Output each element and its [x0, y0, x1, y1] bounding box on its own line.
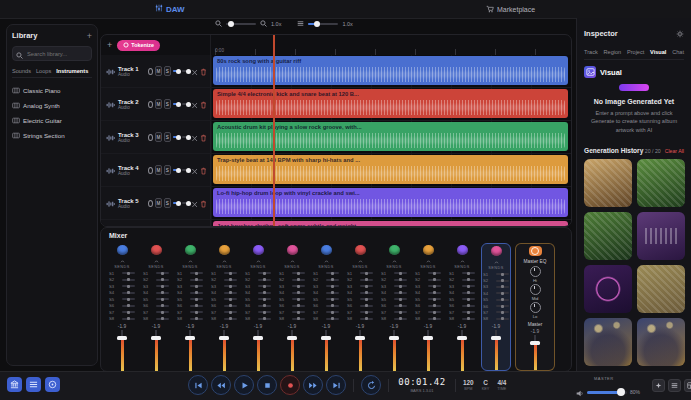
- send-level-slider[interactable]: [326, 279, 339, 281]
- track-header[interactable]: Track 5AudioMS: [101, 187, 211, 219]
- solo-button[interactable]: S: [164, 165, 171, 175]
- send-level-slider[interactable]: [224, 305, 237, 307]
- track-volume-slider[interactable]: [173, 136, 180, 138]
- play-button[interactable]: [234, 375, 254, 395]
- track-pan-slider[interactable]: [182, 70, 189, 72]
- track-volume-slider[interactable]: [173, 202, 180, 204]
- clear-all-button[interactable]: Clear All: [665, 148, 684, 154]
- channel-fader[interactable]: [530, 335, 540, 370]
- send-level-slider[interactable]: [360, 292, 373, 294]
- record-arm-button[interactable]: [148, 134, 153, 141]
- playhead[interactable]: [273, 35, 275, 226]
- master-channel[interactable]: Master EQHiMidLoMaster-1.9: [515, 243, 555, 371]
- history-thumb-jungle-gorilla-2[interactable]: [584, 212, 632, 260]
- send-level-slider[interactable]: [224, 318, 237, 320]
- track-header[interactable]: Track 4AudioMS: [101, 154, 211, 186]
- pan-knob[interactable]: [117, 245, 128, 255]
- history-thumb-starry-night-street[interactable]: [584, 318, 632, 366]
- send-level-slider[interactable]: [462, 305, 475, 307]
- mixer-channel-6[interactable]: SENDSS1S2S3S4S5S6S7S8-1.9: [277, 243, 307, 371]
- history-thumb-jungle-gorilla[interactable]: [637, 159, 685, 207]
- send-level-slider[interactable]: [394, 285, 407, 287]
- track-header[interactable]: Track 1AudioMS: [101, 55, 211, 87]
- send-level-slider[interactable]: [360, 272, 373, 274]
- library-tab-sounds[interactable]: Sounds: [12, 68, 31, 74]
- stop-button[interactable]: [257, 375, 277, 395]
- channel-fader[interactable]: [457, 330, 467, 371]
- channel-fader[interactable]: [253, 330, 263, 371]
- pan-knob[interactable]: [253, 245, 264, 255]
- mute-button[interactable]: M: [155, 66, 162, 76]
- track-header[interactable]: Track 6AudioMS: [101, 220, 211, 227]
- search-input[interactable]: [25, 50, 88, 58]
- send-level-slider[interactable]: [462, 272, 475, 274]
- master-volume-slider[interactable]: [587, 391, 627, 394]
- send-level-slider[interactable]: [156, 311, 169, 313]
- pan-knob[interactable]: [355, 245, 366, 255]
- send-level-slider[interactable]: [156, 305, 169, 307]
- send-level-slider[interactable]: [292, 292, 305, 294]
- browser-toggle-button[interactable]: [45, 377, 60, 392]
- record-button[interactable]: [280, 375, 300, 395]
- timeline-ruler[interactable]: 0:00: [211, 35, 571, 55]
- send-level-slider[interactable]: [122, 298, 135, 300]
- library-item-electric-guitar[interactable]: Electric Guitar: [12, 113, 92, 128]
- track-pan-slider[interactable]: [182, 103, 189, 105]
- mute-button[interactable]: M: [155, 198, 162, 208]
- send-level-slider[interactable]: [394, 292, 407, 294]
- send-level-slider[interactable]: [394, 272, 407, 274]
- channel-fader[interactable]: [389, 330, 399, 371]
- delete-track-button[interactable]: [200, 95, 207, 113]
- send-level-slider[interactable]: [326, 318, 339, 320]
- track-volume-slider[interactable]: [173, 169, 180, 171]
- record-arm-button[interactable]: [148, 68, 153, 75]
- send-level-slider[interactable]: [496, 292, 509, 294]
- rewind-button[interactable]: [211, 375, 231, 395]
- history-thumb-mosaic-pattern[interactable]: [637, 265, 685, 313]
- history-thumb-neon-spiral[interactable]: [584, 265, 632, 313]
- track-volume-slider[interactable]: [173, 70, 180, 72]
- send-level-slider[interactable]: [122, 292, 135, 294]
- send-level-slider[interactable]: [360, 285, 373, 287]
- send-level-slider[interactable]: [394, 318, 407, 320]
- send-level-slider[interactable]: [292, 285, 305, 287]
- send-level-slider[interactable]: [292, 279, 305, 281]
- vertical-zoom-slider[interactable]: [308, 23, 338, 25]
- send-level-slider[interactable]: [428, 272, 441, 274]
- record-arm-button[interactable]: [148, 200, 153, 207]
- record-arm-button[interactable]: [148, 101, 153, 108]
- library-item-analog-synth[interactable]: Analog Synth: [12, 98, 92, 113]
- send-level-slider[interactable]: [258, 279, 271, 281]
- gear-icon[interactable]: [676, 24, 684, 42]
- send-level-slider[interactable]: [156, 272, 169, 274]
- send-level-slider[interactable]: [224, 298, 237, 300]
- send-level-slider[interactable]: [428, 298, 441, 300]
- mixer-channel-12[interactable]: SENDSS1S2S3S4S5S6S7S8-1.9: [481, 243, 511, 371]
- send-level-slider[interactable]: [360, 318, 373, 320]
- send-level-slider[interactable]: [224, 272, 237, 274]
- channel-fader[interactable]: [117, 330, 127, 371]
- send-level-slider[interactable]: [190, 272, 203, 274]
- send-level-slider[interactable]: [326, 305, 339, 307]
- library-tab-instruments[interactable]: Instruments: [56, 68, 88, 74]
- send-level-slider[interactable]: [462, 318, 475, 320]
- zoom-slider[interactable]: [226, 23, 256, 25]
- send-level-slider[interactable]: [190, 298, 203, 300]
- mixer-toggle-button[interactable]: [26, 377, 41, 392]
- tokenize-button[interactable]: Tokenize: [117, 40, 160, 51]
- skip-end-button[interactable]: [326, 375, 346, 395]
- zoom-in-icon[interactable]: [260, 20, 267, 28]
- grid-view-button[interactable]: [684, 379, 691, 392]
- solo-button[interactable]: S: [164, 198, 171, 208]
- send-level-slider[interactable]: [292, 311, 305, 313]
- send-level-slider[interactable]: [292, 305, 305, 307]
- master-knob[interactable]: [529, 246, 542, 256]
- channel-fader[interactable]: [151, 330, 161, 371]
- send-level-slider[interactable]: [428, 318, 441, 320]
- pan-knob[interactable]: [389, 245, 400, 255]
- mute-button[interactable]: M: [155, 132, 162, 142]
- mixer-channel-1[interactable]: SENDSS1S2S3S4S5S6S7S8-1.9: [107, 243, 137, 371]
- fast-forward-button[interactable]: [303, 375, 323, 395]
- inspector-tab-track[interactable]: Track: [584, 49, 598, 55]
- pan-knob[interactable]: [321, 245, 332, 255]
